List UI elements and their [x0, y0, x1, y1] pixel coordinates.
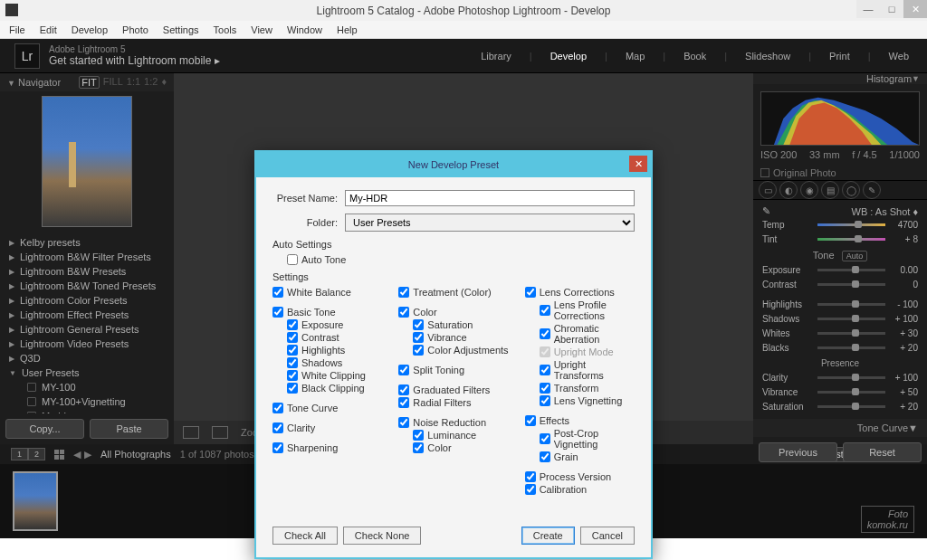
cb-process-version[interactable] [525, 471, 536, 482]
preset-folder[interactable]: ▶Lightroom Color Presets [0, 293, 174, 308]
loupe-view-icon[interactable] [183, 426, 199, 439]
lightroom-mobile-link[interactable]: Get started with Lightroom mobile ▸ [49, 54, 220, 67]
preset-folder[interactable]: ▶Lightroom B&W Filter Presets [0, 250, 174, 264]
previous-button[interactable]: Previous [759, 442, 837, 462]
cb-lens-profile[interactable] [540, 305, 550, 316]
cb-postcrop-vignetting[interactable] [540, 433, 550, 444]
cb-black-clipping[interactable] [287, 383, 298, 394]
cb-lens-vignetting[interactable] [540, 395, 550, 406]
cb-noise-color[interactable] [413, 442, 424, 453]
preset-folder[interactable]: ▶Lightroom Effect Presets [0, 308, 174, 322]
module-slideshow[interactable]: Slideshow [741, 51, 794, 62]
cb-radial-filters[interactable] [398, 397, 409, 408]
cb-saturation[interactable] [413, 319, 424, 330]
create-button[interactable]: Create [521, 527, 575, 545]
cb-luminance[interactable] [413, 430, 424, 441]
whites-slider[interactable] [817, 332, 885, 335]
preset-folder[interactable]: ▶Lightroom B&W Presets [0, 264, 174, 279]
navigator-preview[interactable] [0, 91, 174, 232]
next-photo-icon[interactable]: ▶ [84, 449, 91, 460]
module-map[interactable]: Map [622, 51, 648, 62]
preset-item[interactable]: MY-100+Vignetting [0, 394, 174, 409]
prev-photo-icon[interactable]: ◀ [73, 449, 81, 460]
minimize-button[interactable]: — [856, 0, 880, 18]
histogram-header[interactable]: Histogram ▼ [753, 73, 927, 84]
preset-folder[interactable]: ▶Q3D [0, 351, 174, 365]
preset-folder[interactable]: ▶Lightroom General Presets [0, 322, 174, 337]
module-develop[interactable]: Develop [547, 51, 590, 62]
exposure-slider[interactable] [817, 269, 885, 271]
module-web[interactable]: Web [885, 51, 913, 62]
compare-view-icon[interactable] [212, 426, 228, 439]
module-library[interactable]: Library [477, 51, 515, 62]
menu-photo[interactable]: Photo [117, 23, 154, 37]
preset-name-input[interactable] [345, 190, 635, 206]
radial-tool-icon[interactable]: ◯ [842, 181, 860, 199]
cb-tone-curve[interactable] [272, 403, 283, 413]
cb-exposure[interactable] [287, 319, 298, 330]
tint-slider[interactable] [817, 238, 885, 241]
redeye-tool-icon[interactable]: ◉ [800, 181, 818, 199]
cb-vibrance[interactable] [413, 332, 424, 343]
cb-calibration[interactable] [525, 484, 536, 495]
source-path[interactable]: All Photographs [100, 449, 171, 460]
cb-highlights[interactable] [287, 345, 298, 356]
cb-white-clipping[interactable] [287, 370, 298, 381]
nav-mode-1-1[interactable]: 1:1 [127, 76, 140, 89]
cb-basic-tone[interactable] [272, 307, 283, 318]
cb-split-toning[interactable] [398, 365, 409, 375]
nav-mode-fit[interactable]: FIT [79, 76, 100, 89]
maximize-button[interactable]: □ [880, 0, 903, 18]
navigator-header[interactable]: ▼ Navigator FIT FILL 1:1 1:2 ♦ [0, 73, 174, 91]
blacks-slider[interactable] [817, 346, 885, 349]
cb-graduated-filters[interactable] [398, 384, 409, 395]
cb-transform[interactable] [540, 383, 550, 394]
gradient-tool-icon[interactable]: ▤ [821, 181, 839, 199]
preset-folder[interactable]: ▶Kelby presets [0, 235, 174, 250]
cb-lens-corrections[interactable] [525, 287, 536, 298]
monitor-1[interactable]: 1 [11, 448, 28, 460]
highlights-slider[interactable] [817, 303, 885, 306]
nav-mode-menu-icon[interactable]: ♦ [161, 76, 167, 89]
preset-item[interactable]: MY-100 [0, 380, 174, 394]
cb-white-balance[interactable] [272, 287, 283, 298]
menu-window[interactable]: Window [282, 23, 328, 37]
menu-help[interactable]: Help [331, 23, 363, 37]
contrast-slider[interactable] [817, 283, 885, 286]
menu-develop[interactable]: Develop [66, 23, 113, 37]
nav-mode-fill[interactable]: FILL [103, 76, 123, 89]
temp-slider[interactable] [817, 223, 885, 226]
close-window-button[interactable]: ✕ [903, 0, 927, 18]
nav-mode-1-2[interactable]: 1:2 [144, 76, 158, 89]
preset-folder[interactable]: ▶Lightroom Video Presets [0, 337, 174, 351]
menu-settings[interactable]: Settings [158, 23, 205, 37]
cb-effects[interactable] [525, 415, 536, 426]
cancel-button[interactable]: Cancel [580, 527, 635, 545]
folder-select[interactable]: User Presets [345, 214, 635, 232]
module-print[interactable]: Print [826, 51, 854, 62]
tonecurve-panel-header[interactable]: Tone Curve ▼ [753, 419, 927, 437]
cb-color[interactable] [398, 307, 409, 318]
cb-grain[interactable] [540, 451, 550, 462]
clarity-slider[interactable] [817, 376, 885, 379]
check-none-button[interactable]: Check None [343, 527, 422, 545]
auto-tone-checkbox[interactable] [287, 254, 298, 265]
grid-view-icon[interactable] [54, 450, 64, 460]
menu-view[interactable]: View [245, 23, 278, 37]
cb-chromatic[interactable] [540, 328, 550, 339]
auto-tone-button[interactable]: Auto [842, 251, 868, 261]
paste-button[interactable]: Paste [90, 419, 168, 439]
cb-treatment[interactable] [398, 287, 409, 298]
cb-upright-transforms[interactable] [540, 365, 550, 375]
saturation-slider[interactable] [817, 405, 885, 408]
preset-folder[interactable]: ▶Lightroom B&W Toned Presets [0, 279, 174, 293]
module-book[interactable]: Book [680, 51, 710, 62]
preset-folder-user[interactable]: ▼User Presets [0, 365, 174, 380]
brush-tool-icon[interactable]: ✎ [863, 181, 881, 199]
copy-button[interactable]: Copy... [5, 419, 84, 439]
original-photo-checkbox[interactable] [760, 168, 769, 177]
cb-noise-reduction[interactable] [398, 417, 409, 428]
cb-contrast[interactable] [287, 332, 298, 343]
menu-file[interactable]: File [4, 23, 31, 37]
cb-sharpening[interactable] [272, 442, 283, 453]
